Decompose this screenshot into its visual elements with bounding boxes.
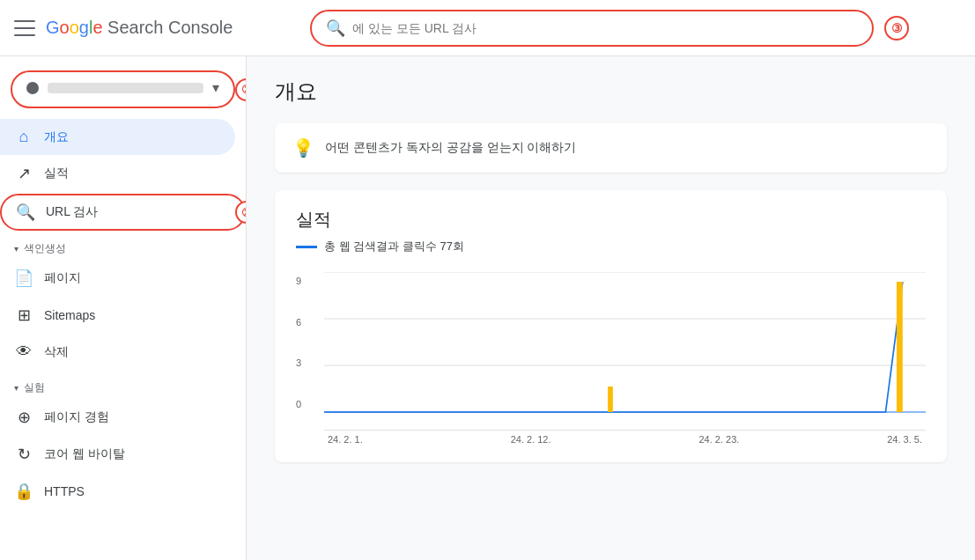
sidebar-item-url-inspect-label: URL 검사 — [46, 204, 98, 220]
url-inspect-wrap: 🔍 URL 검사 ② — [0, 194, 246, 231]
sidebar-item-performance[interactable]: ↗ 실적 — [0, 155, 235, 192]
performance-card: 실적 총 웹 검색결과 클릭수 77회 9 6 3 0 — [275, 190, 947, 462]
header: Google Search Console 🔍 ③ — [0, 0, 975, 56]
page-experience-icon: ⊕ — [14, 408, 33, 427]
section-experience-label: 실험 — [24, 380, 45, 395]
menu-icon[interactable] — [14, 18, 35, 39]
content-area: 개요 💡 어떤 콘텐츠가 독자의 공감을 얻는지 이해하기 실적 총 웹 검색결… — [247, 56, 975, 560]
property-name-blur — [48, 83, 203, 93]
section-experience-header: ▾ 실험 — [0, 373, 246, 399]
svg-rect-4 — [897, 282, 903, 412]
y-label-0: 0 — [296, 399, 317, 409]
x-label-2: 24. 2. 12. — [511, 434, 551, 445]
sidebar-item-sitemaps[interactable]: ⊞ Sitemaps — [0, 297, 235, 334]
chart-svg — [324, 272, 926, 413]
chart-area — [324, 272, 926, 431]
search-badge: ③ — [884, 16, 909, 41]
property-badge: ① — [235, 78, 247, 101]
sidebar-item-pages-label: 페이지 — [44, 270, 81, 286]
performance-icon: ↗ — [14, 164, 33, 183]
experience-chevron: ▾ — [14, 383, 18, 393]
x-axis-labels: 24. 2. 1. 24. 2. 12. 24. 2. 23. 24. 3. 5… — [324, 434, 926, 445]
sidebar-item-sitemaps-label: Sitemaps — [44, 308, 95, 322]
y-axis-labels: 9 6 3 0 — [296, 272, 317, 413]
performance-legend: 총 웹 검색결과 클릭수 77회 — [296, 239, 926, 254]
sidebar-item-https[interactable]: 🔒 HTTPS — [0, 473, 235, 510]
search-input[interactable] — [352, 21, 858, 35]
search-bar[interactable]: 🔍 — [310, 10, 874, 47]
sidebar-item-https-label: HTTPS — [44, 484, 85, 498]
search-container: 🔍 ③ — [310, 10, 909, 47]
legend-line-blue — [296, 246, 317, 248]
x-label-3: 24. 2. 23. — [698, 434, 739, 445]
core-web-vitals-icon: ↻ — [14, 445, 33, 464]
sitemaps-icon: ⊞ — [14, 306, 33, 325]
x-label-1: 24. 2. 1. — [328, 434, 363, 445]
header-left: Google Search Console — [14, 18, 296, 39]
property-dropdown-icon: ▾ — [212, 79, 219, 96]
page-title: 개요 — [275, 77, 947, 106]
section-indexing-header: ▾ 색인생성 — [0, 234, 246, 260]
y-label-3: 3 — [296, 357, 317, 368]
section-indexing-label: 색인생성 — [24, 241, 66, 256]
pages-icon: 📄 — [14, 269, 33, 288]
search-icon: 🔍 — [326, 18, 345, 38]
property-selector[interactable]: ▾ — [11, 70, 235, 108]
app-logo: Google Search Console — [46, 18, 233, 38]
legend-label: 총 웹 검색결과 클릭수 77회 — [324, 239, 464, 254]
sidebar-item-overview[interactable]: ⌂ 개요 — [0, 119, 235, 155]
sidebar-item-performance-label: 실적 — [44, 166, 69, 181]
logo-google-text: Google — [46, 18, 107, 37]
x-label-4: 24. 3. 5. — [887, 434, 922, 445]
main-layout: ▾ ① ⌂ 개요 ↗ 실적 🔍 URL 검사 ② ▾ 색인생성 📄 — [0, 56, 975, 560]
https-icon: 🔒 — [14, 482, 33, 501]
url-inspect-icon: 🔍 — [16, 203, 35, 222]
sidebar-item-removals[interactable]: 👁 삭제 — [0, 334, 235, 370]
tip-card[interactable]: 💡 어떤 콘텐츠가 독자의 공감을 얻는지 이해하기 — [275, 123, 947, 173]
sidebar-item-page-experience[interactable]: ⊕ 페이지 경험 — [0, 399, 235, 436]
sidebar-item-core-web-vitals-label: 코어 웹 바이탈 — [44, 446, 125, 462]
sidebar-item-url-inspect[interactable]: 🔍 URL 검사 — [0, 194, 246, 231]
chart-container: 24. 2. 1. 24. 2. 12. 24. 2. 23. 24. 3. 5… — [324, 272, 926, 445]
sidebar-item-overview-label: 개요 — [44, 129, 69, 145]
sidebar-item-page-experience-label: 페이지 경험 — [44, 409, 109, 425]
chart-wrap: 9 6 3 0 — [296, 272, 926, 445]
svg-rect-5 — [608, 387, 613, 412]
logo-search-console-text: Search Console — [107, 18, 233, 37]
tip-text: 어떤 콘텐츠가 독자의 공감을 얻는지 이해하기 — [325, 140, 576, 156]
property-dot — [26, 82, 39, 94]
tip-bulb-icon: 💡 — [292, 137, 314, 158]
y-label-9: 9 — [296, 276, 317, 286]
y-label-6: 6 — [296, 317, 317, 328]
home-icon: ⌂ — [14, 128, 33, 146]
removals-icon: 👁 — [14, 343, 33, 361]
sidebar-item-core-web-vitals[interactable]: ↻ 코어 웹 바이탈 — [0, 436, 235, 473]
indexing-chevron: ▾ — [14, 244, 18, 254]
sidebar: ▾ ① ⌂ 개요 ↗ 실적 🔍 URL 검사 ② ▾ 색인생성 📄 — [0, 56, 247, 560]
performance-title: 실적 — [296, 208, 926, 232]
property-selector-wrap: ▾ ① — [0, 70, 246, 108]
sidebar-item-pages[interactable]: 📄 페이지 — [0, 260, 235, 297]
sidebar-item-removals-label: 삭제 — [44, 344, 69, 360]
